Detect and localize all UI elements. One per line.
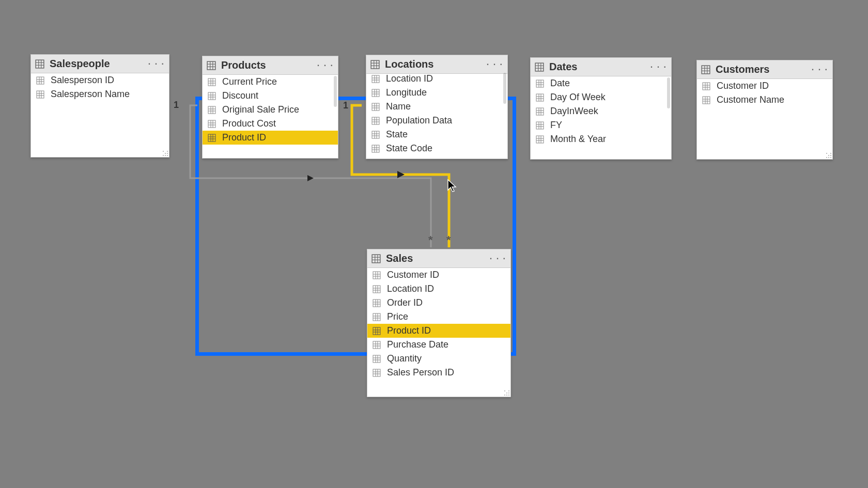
field-label: DayInWeek bbox=[550, 106, 598, 117]
table-title: Salespeople bbox=[50, 58, 110, 70]
field-item[interactable]: Month & Year bbox=[531, 132, 671, 146]
field-item[interactable]: Price bbox=[367, 310, 510, 324]
svg-rect-75 bbox=[372, 145, 379, 152]
table-header[interactable]: Salespeople · · · bbox=[31, 55, 169, 73]
field-label: Product ID bbox=[222, 132, 266, 143]
field-item[interactable]: Order ID bbox=[367, 296, 510, 310]
column-icon bbox=[371, 117, 380, 125]
svg-rect-95 bbox=[536, 108, 544, 115]
table-header[interactable]: Locations · · · bbox=[366, 55, 507, 74]
field-item[interactable]: Population Data bbox=[366, 114, 507, 128]
table-header[interactable]: Dates · · · bbox=[531, 58, 671, 76]
field-label: Current Price bbox=[222, 76, 277, 87]
field-item[interactable]: DayInWeek bbox=[531, 104, 671, 118]
column-icon bbox=[702, 82, 710, 90]
scrollbar[interactable] bbox=[667, 77, 670, 108]
svg-rect-90 bbox=[536, 94, 544, 101]
table-header[interactable]: Customers · · · bbox=[697, 60, 832, 79]
field-item[interactable]: Sales Person ID bbox=[367, 366, 510, 380]
column-icon bbox=[373, 285, 381, 293]
scrollbar[interactable] bbox=[334, 76, 337, 107]
field-item[interactable]: Day Of Week bbox=[531, 90, 671, 104]
field-list: Date Day Of Week DayInWeek FY Month & Ye… bbox=[531, 76, 671, 159]
direction-arrow-icon bbox=[397, 171, 405, 178]
table-title: Customers bbox=[716, 64, 769, 75]
more-options-icon[interactable]: · · · bbox=[812, 65, 828, 74]
field-label: Product ID bbox=[387, 325, 431, 336]
table-locations[interactable]: Locations · · · Location ID Longitude Na… bbox=[366, 55, 508, 159]
scrollbar[interactable] bbox=[503, 73, 506, 104]
field-item[interactable]: State bbox=[366, 128, 507, 141]
column-icon bbox=[373, 271, 381, 279]
field-item[interactable]: Discount bbox=[203, 89, 338, 103]
field-label: Location ID bbox=[386, 73, 433, 84]
more-options-icon[interactable]: · · · bbox=[148, 59, 165, 69]
table-sales[interactable]: Sales · · · Customer ID Location ID Orde… bbox=[367, 249, 511, 397]
field-item[interactable]: Date bbox=[531, 76, 671, 90]
svg-rect-50 bbox=[372, 75, 379, 83]
table-salespeople[interactable]: Salespeople · · · Salesperson ID Salespe… bbox=[30, 54, 169, 158]
field-item[interactable]: Original Sale Price bbox=[203, 103, 338, 117]
svg-rect-160 bbox=[373, 355, 380, 363]
field-item[interactable]: Current Price bbox=[203, 75, 338, 89]
field-item[interactable]: FY bbox=[531, 118, 671, 132]
more-options-icon[interactable]: · · · bbox=[490, 254, 506, 263]
field-item[interactable]: Customer Name bbox=[697, 93, 832, 107]
cardinality-label: 1 bbox=[343, 100, 348, 111]
field-item[interactable]: Product ID bbox=[367, 324, 510, 338]
svg-rect-35 bbox=[208, 120, 215, 128]
field-label: Customer Name bbox=[717, 95, 784, 105]
svg-rect-155 bbox=[373, 341, 380, 349]
field-item[interactable]: Quantity bbox=[367, 352, 510, 366]
table-dates[interactable]: Dates · · · Date Day Of Week DayInWeek F… bbox=[530, 57, 672, 160]
table-header[interactable]: Sales · · · bbox=[367, 249, 510, 268]
field-item[interactable]: Longitude bbox=[366, 86, 507, 100]
column-icon bbox=[373, 355, 381, 363]
field-label: Month & Year bbox=[550, 134, 606, 145]
resize-grip-icon[interactable] bbox=[163, 151, 168, 156]
field-item[interactable]: Name bbox=[366, 100, 507, 114]
direction-arrow-icon bbox=[307, 175, 314, 181]
svg-rect-20 bbox=[208, 78, 215, 86]
column-icon bbox=[371, 145, 380, 153]
svg-rect-145 bbox=[373, 313, 380, 321]
field-item[interactable]: Customer ID bbox=[367, 268, 510, 282]
table-title: Dates bbox=[549, 61, 577, 73]
svg-rect-5 bbox=[37, 77, 44, 84]
cardinality-label: * bbox=[446, 233, 451, 247]
field-item[interactable]: Salesperson ID bbox=[31, 73, 169, 87]
field-item[interactable]: Location ID bbox=[367, 282, 510, 296]
more-options-icon[interactable]: · · · bbox=[317, 61, 334, 70]
field-label: Name bbox=[386, 101, 411, 112]
cardinality-label: 1 bbox=[174, 100, 179, 111]
column-icon bbox=[373, 341, 381, 349]
field-label: Original Sale Price bbox=[222, 104, 299, 115]
resize-grip-icon[interactable] bbox=[504, 390, 509, 396]
field-item[interactable]: Purchase Date bbox=[367, 338, 510, 352]
table-header[interactable]: Products · · · bbox=[203, 56, 338, 75]
field-item[interactable]: Customer ID bbox=[697, 79, 832, 93]
column-icon bbox=[208, 78, 216, 86]
svg-rect-150 bbox=[373, 327, 380, 335]
more-options-icon[interactable]: · · · bbox=[487, 60, 503, 69]
model-canvas[interactable]: 1 1 * * Salespeople · · · Salesperson ID… bbox=[0, 0, 868, 488]
resize-grip-icon[interactable] bbox=[826, 153, 831, 158]
field-label: Product Cost bbox=[222, 118, 276, 129]
cardinality-label: * bbox=[428, 233, 433, 247]
table-icon bbox=[35, 59, 44, 69]
field-label: Salesperson Name bbox=[51, 89, 130, 100]
more-options-icon[interactable]: · · · bbox=[650, 62, 667, 72]
svg-rect-65 bbox=[372, 117, 379, 124]
svg-rect-105 bbox=[536, 136, 544, 143]
svg-rect-80 bbox=[535, 63, 544, 71]
field-item[interactable]: Location ID bbox=[366, 72, 507, 86]
field-label: Longitude bbox=[386, 87, 427, 98]
field-item[interactable]: Product ID bbox=[203, 131, 338, 145]
field-item[interactable]: State Code bbox=[366, 141, 507, 155]
table-products[interactable]: Products · · · Current Price Discount Or… bbox=[202, 56, 338, 159]
table-customers[interactable]: Customers · · · Customer ID Customer Nam… bbox=[696, 60, 833, 160]
svg-rect-135 bbox=[373, 286, 380, 293]
field-item[interactable]: Salesperson Name bbox=[31, 87, 169, 101]
field-list: Customer ID Customer Name bbox=[697, 79, 832, 159]
field-item[interactable]: Product Cost bbox=[203, 117, 338, 131]
